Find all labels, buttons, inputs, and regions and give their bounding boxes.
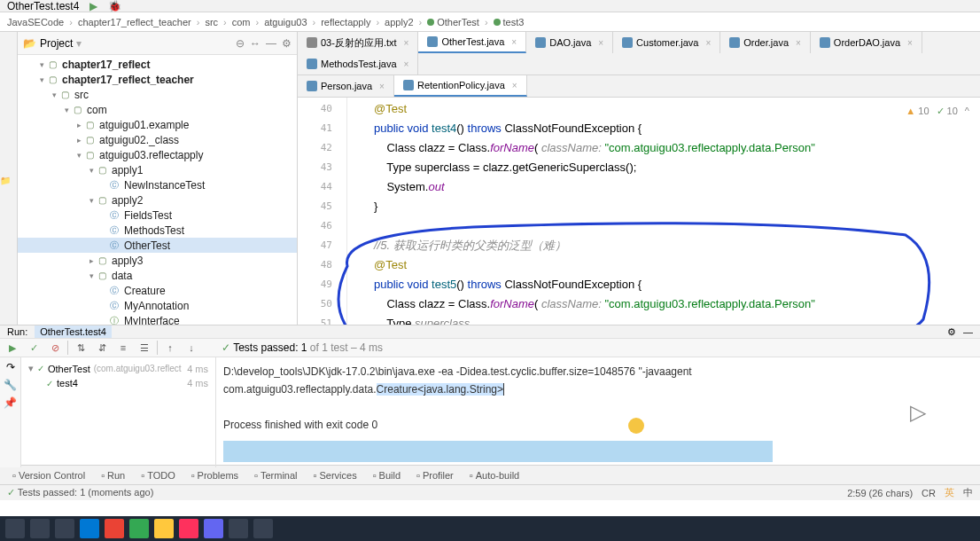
editor-content[interactable]: 40 41 42 43 44 45 46 47 48 49 50 51 ▲ 10… <box>298 98 980 325</box>
status-lang[interactable]: 中 <box>963 486 973 499</box>
pin-icon[interactable]: 📌 <box>4 396 17 409</box>
close-icon[interactable]: × <box>404 38 409 48</box>
editor-inspections[interactable]: ▲ 10 ✓ 10 ^ <box>906 101 969 121</box>
editor-tab[interactable]: OrderDAO.java× <box>811 32 922 53</box>
collapse-icon[interactable]: ☰ <box>136 339 153 357</box>
bug-icon[interactable]: 🐞 <box>108 0 121 12</box>
breadcrumb-item[interactable]: src <box>205 17 218 27</box>
check-icon[interactable]: ✓ <box>25 339 43 357</box>
tree-node[interactable]: ▾▢data <box>18 268 297 283</box>
collapse-icon[interactable]: ⊖ <box>236 37 245 50</box>
chrome-icon[interactable] <box>105 519 124 538</box>
app2-icon[interactable] <box>204 519 223 538</box>
breadcrumb-item[interactable]: OtherTest <box>427 17 479 27</box>
app3-icon[interactable] <box>229 519 248 538</box>
editor-tab[interactable]: OtherTest.java× <box>418 32 526 53</box>
breadcrumb-item[interactable]: com <box>232 17 251 27</box>
step-icon[interactable]: ↷ <box>6 361 15 373</box>
tree-node[interactable]: ▾▢apply2 <box>18 192 297 208</box>
bottom-tab[interactable]: ▫Services <box>308 470 362 481</box>
bottom-tab[interactable]: ▫Run <box>96 470 130 481</box>
tree-node[interactable]: ⒸMyAnnotation <box>18 298 297 313</box>
chevron-icon[interactable]: ^ <box>965 101 969 121</box>
status-encoding[interactable]: CR <box>922 488 936 498</box>
expand-icon[interactable]: ≡ <box>114 339 132 357</box>
up-icon[interactable]: ↑ <box>161 339 179 357</box>
tree-node[interactable]: ⒾMyInterface <box>18 313 297 325</box>
start-icon[interactable] <box>5 519 25 538</box>
test-root[interactable]: ▾✓ OtherTest(com.atguigu03.reflect 4 ms <box>25 361 212 376</box>
rerun-icon[interactable]: ▶ <box>4 339 21 357</box>
editor-tab[interactable]: RetentionPolicy.java× <box>394 75 527 97</box>
app-icon[interactable] <box>129 519 149 538</box>
tree-node[interactable]: ⒸMethodsTest <box>18 223 297 238</box>
bottom-tab[interactable]: ▫Version Control <box>7 470 90 481</box>
bottom-tab[interactable]: ▫Profiler <box>411 470 459 481</box>
sort2-icon[interactable]: ⇵ <box>93 339 111 357</box>
close-icon[interactable]: × <box>907 38 913 48</box>
editor-tab[interactable]: 03-反射的应用.txt× <box>298 32 418 53</box>
breadcrumb-item[interactable]: test3 <box>494 17 525 27</box>
close-icon[interactable]: × <box>705 38 711 48</box>
close-icon[interactable]: × <box>511 37 517 47</box>
close-icon[interactable]: × <box>379 82 385 91</box>
project-tool-icon[interactable]: 📁 <box>0 175 10 185</box>
editor-body[interactable]: ▲ 10 ✓ 10 ^ @Test public void test4() th… <box>347 98 980 325</box>
close-icon[interactable]: × <box>404 59 409 69</box>
editor-tab[interactable]: Person.java× <box>298 75 394 97</box>
down-icon[interactable]: ↓ <box>183 339 200 357</box>
close-icon[interactable]: × <box>796 38 801 48</box>
tree-node[interactable]: ▾▢chapter17_reflect <box>18 57 297 72</box>
app4-icon[interactable] <box>253 519 273 538</box>
tree-node[interactable]: ▾▢chapter17_reflect_teacher <box>18 72 297 87</box>
breadcrumb-item[interactable]: atguigu03 <box>264 17 307 27</box>
close-icon[interactable]: × <box>598 38 603 48</box>
tree-node[interactable]: ▸▢atguigu02._class <box>18 132 297 147</box>
run-icon[interactable]: ▶ <box>89 0 97 12</box>
tree-node[interactable]: ▾▢src <box>18 87 297 102</box>
editor-tab[interactable]: MethodsTest.java× <box>298 53 418 74</box>
status-ide[interactable]: 英 <box>945 486 954 499</box>
sort-icon[interactable]: ⇅ <box>72 339 89 357</box>
wrench-icon[interactable]: 🔧 <box>4 379 17 391</box>
explorer-icon[interactable] <box>154 519 174 538</box>
tree-node[interactable]: ▾▢atguigu03.reflectapply <box>18 147 297 162</box>
status-position[interactable]: 2:59 (26 chars) <box>847 488 913 498</box>
bottom-tab[interactable]: ▫Terminal <box>249 470 302 481</box>
search-icon[interactable] <box>30 519 50 538</box>
edge-icon[interactable] <box>80 519 99 538</box>
hide-icon[interactable]: — <box>963 326 973 337</box>
editor-tab[interactable]: Customer.java× <box>613 32 720 53</box>
bottom-tab[interactable]: ▫Build <box>368 470 406 481</box>
breadcrumb-item[interactable]: reflectapply <box>321 17 370 27</box>
breadcrumb-item[interactable]: JavaSECode <box>7 17 64 27</box>
tree-node[interactable]: ▾▢com <box>18 102 297 117</box>
run-config[interactable]: OtherTest.test4 <box>35 325 112 338</box>
editor-tab[interactable]: DAO.java× <box>526 32 613 53</box>
close-icon[interactable]: × <box>512 81 517 90</box>
bottom-tab[interactable]: ▫Problems <box>186 470 244 481</box>
test-leaf[interactable]: ✓ test4 4 ms <box>25 376 212 390</box>
stop-icon[interactable]: ⊘ <box>46 339 64 357</box>
breadcrumb-item[interactable]: chapter17_reflect_teacher <box>78 17 191 27</box>
expand-icon[interactable]: ↔ <box>250 37 261 50</box>
intellij-icon[interactable] <box>179 519 198 538</box>
bottom-tab[interactable]: ▫Auto-build <box>464 470 525 481</box>
tree-node[interactable]: ▾▢apply1 <box>18 162 297 177</box>
tree-node[interactable]: ▸▢apply3 <box>18 253 297 268</box>
test-tree[interactable]: ▾✓ OtherTest(com.atguigu03.reflect 4 ms … <box>21 357 216 467</box>
tree-node[interactable]: ⒸCreature <box>18 283 297 298</box>
gear-icon[interactable]: ⚙ <box>282 37 292 50</box>
hide-icon[interactable]: — <box>266 37 276 50</box>
windows-taskbar[interactable] <box>0 516 980 541</box>
tree-node[interactable]: ⒸNewInstanceTest <box>18 177 297 192</box>
scrollbar-track[interactable] <box>223 441 773 462</box>
gear-icon[interactable]: ⚙ <box>947 326 956 338</box>
editor-tab[interactable]: Order.java× <box>720 32 811 53</box>
breadcrumb-item[interactable]: apply2 <box>385 17 413 27</box>
project-tree[interactable]: ▾▢chapter17_reflect▾▢chapter17_reflect_t… <box>18 55 297 325</box>
taskview-icon[interactable] <box>55 519 74 538</box>
tree-node[interactable]: ⒸOtherTest <box>18 238 297 253</box>
console[interactable]: D:\develop_tools\JDK\jdk-17.0.2\bin\java… <box>216 357 980 467</box>
tree-node[interactable]: ▸▢atguigu01.example <box>18 117 297 132</box>
